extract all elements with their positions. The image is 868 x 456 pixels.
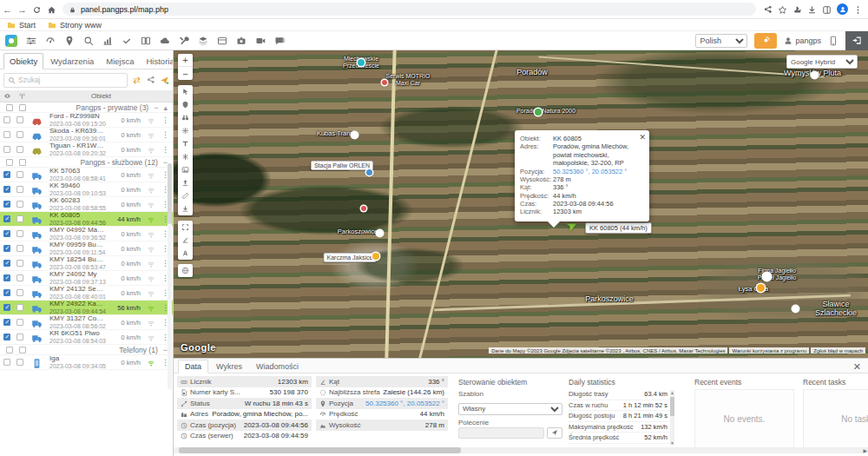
object-follow-checkbox[interactable]: [16, 274, 23, 281]
object-follow-checkbox[interactable]: [16, 146, 23, 153]
object-follow-checkbox[interactable]: [16, 116, 23, 123]
object-visibility-checkbox[interactable]: [3, 215, 10, 222]
tools-icon[interactable]: [179, 36, 189, 46]
bottom-tab-data[interactable]: Data: [178, 360, 208, 373]
ruler-icon[interactable]: [178, 189, 193, 202]
object-visibility-checkbox[interactable]: [3, 201, 10, 208]
object-visibility-checkbox[interactable]: [3, 319, 10, 326]
map-poi-marker[interactable]: [812, 72, 818, 78]
popup-row-value[interactable]: 50.325360 °, 20.053522 °: [553, 168, 627, 175]
group-collapse-all-icon[interactable]: ▴: [163, 104, 168, 111]
map-poi-marker[interactable]: [372, 253, 379, 260]
image-icon[interactable]: [178, 163, 193, 176]
object-visibility-checkbox[interactable]: [3, 245, 10, 252]
object-visibility-checkbox[interactable]: [3, 116, 10, 123]
object-row[interactable]: KMY 31327 Combo Pat...2023-03-08 08:56:0…: [0, 315, 173, 330]
text-icon[interactable]: [178, 137, 193, 150]
object-row[interactable]: Ford - RZ9998N2023-03-08 09:15:200 km/h⋮: [0, 113, 173, 128]
binoculars-icon[interactable]: [178, 111, 193, 124]
object-row[interactable]: KMY 04992 Mateusz2023-03-08 09:36:520 km…: [0, 227, 173, 241]
object-row[interactable]: Tiguan - KR1WJ072023-03-08 09:20:320 km/…: [0, 142, 173, 157]
dashboard-icon[interactable]: [45, 36, 56, 46]
template-select[interactable]: Własny: [458, 403, 562, 415]
map-poi-marker[interactable]: [792, 306, 799, 312]
download-icon[interactable]: [178, 202, 193, 215]
angle-icon[interactable]: [178, 234, 193, 247]
group-header[interactable]: Pangps - prywatne (3)−▴: [0, 102, 173, 113]
object-menu-icon[interactable]: ⋮: [161, 130, 169, 139]
map-poi-marker[interactable]: [352, 132, 358, 138]
object-follow-checkbox[interactable]: [16, 304, 23, 311]
daily-scrollbar[interactable]: ▲▼: [670, 390, 674, 446]
fleet-icon[interactable]: [160, 36, 170, 46]
places-icon[interactable]: [64, 36, 75, 46]
map-poi-marker[interactable]: [358, 59, 365, 66]
shield-icon[interactable]: [178, 98, 193, 111]
object-menu-icon[interactable]: ⋮: [161, 145, 169, 154]
object-follow-checkbox[interactable]: [16, 289, 23, 296]
mobile-app-button[interactable]: [828, 33, 838, 49]
attribution-link[interactable]: Warunki korzystania z programu: [729, 347, 809, 354]
bookmark-star-icon[interactable]: [778, 2, 787, 17]
back-icon[interactable]: ←: [0, 4, 15, 15]
group-collapse-icon[interactable]: −: [154, 104, 158, 111]
upload-icon[interactable]: [178, 176, 193, 189]
group-visibility-checkbox[interactable]: [6, 347, 13, 354]
gear-icon[interactable]: [178, 124, 193, 137]
monitor-icon[interactable]: [255, 36, 266, 46]
filters-icon[interactable]: [26, 36, 36, 46]
object-follow-checkbox[interactable]: [16, 334, 23, 340]
map-canvas[interactable]: MiechowskiePrzedmieścieSerwis MOTRIOMaxi…: [174, 50, 868, 358]
profile-avatar[interactable]: [837, 3, 848, 15]
reload-icon[interactable]: [30, 3, 44, 15]
zoom-in-button[interactable]: +: [178, 54, 193, 67]
alert-button[interactable]: [754, 33, 777, 49]
vehicle-speed-bubble[interactable]: KK 60805 (44 km/h): [585, 222, 652, 234]
command-input[interactable]: [458, 427, 544, 439]
cursor-icon[interactable]: [178, 85, 193, 98]
forward-icon[interactable]: →: [15, 4, 30, 15]
group-follow-checkbox[interactable]: [19, 159, 26, 166]
group-header[interactable]: Pangps - służbowe (12)−: [0, 157, 173, 168]
refresh-objects-icon[interactable]: [132, 75, 141, 86]
object-follow-checkbox[interactable]: [16, 201, 23, 208]
group-follow-checkbox[interactable]: [19, 347, 26, 354]
object-visibility-checkbox[interactable]: [3, 131, 10, 138]
object-row[interactable]: KK 570632023-03-08 08:58:410 km/h⋮: [0, 168, 173, 182]
object-follow-checkbox[interactable]: [16, 260, 23, 267]
map-poi-marker[interactable]: [361, 206, 366, 211]
popup-close-icon[interactable]: ✕: [639, 133, 646, 142]
detail-value[interactable]: 50.325360 °, 20.053522 °: [365, 400, 444, 407]
sidebar-scrollbar[interactable]: [168, 163, 172, 389]
group-header[interactable]: Telefony (1)−: [0, 345, 173, 355]
send-command-button[interactable]: [547, 427, 562, 439]
search-input[interactable]: [18, 76, 123, 84]
object-menu-icon[interactable]: ⋮: [161, 116, 169, 124]
address-bar[interactable]: panel.pangps.pl/map.php: [62, 3, 756, 16]
group-follow-checkbox[interactable]: [19, 104, 26, 111]
object-follow-checkbox[interactable]: [16, 245, 23, 252]
map-poi-marker[interactable]: [382, 80, 387, 85]
app-logo[interactable]: [5, 35, 17, 47]
search-icon[interactable]: [83, 36, 94, 46]
share-icon[interactable]: [763, 2, 773, 17]
bottom-tab-wiadomości[interactable]: Wiadomości: [250, 360, 305, 373]
object-visibility-checkbox[interactable]: [3, 171, 10, 178]
object-follow-checkbox[interactable]: [16, 230, 23, 237]
object-follow-checkbox[interactable]: [16, 215, 23, 222]
asterisk-icon[interactable]: [178, 150, 193, 163]
directory-icon[interactable]: [141, 36, 151, 46]
bookmark-item[interactable]: Start: [7, 20, 36, 30]
globe-icon[interactable]: [178, 264, 193, 277]
language-select[interactable]: Polish: [695, 34, 747, 48]
object-visibility-checkbox[interactable]: [3, 359, 10, 366]
object-row[interactable]: KMY 24132 Seba.2023-03-08 08:40:010 km/h…: [0, 286, 173, 301]
map-poi-marker[interactable]: [535, 109, 542, 116]
bottom-close-icon[interactable]: ✕: [853, 361, 861, 373]
object-follow-checkbox[interactable]: [16, 131, 23, 138]
object-follow-checkbox[interactable]: [16, 359, 23, 366]
camera-icon[interactable]: [236, 36, 247, 46]
object-visibility-checkbox[interactable]: [3, 289, 10, 296]
tab-search-icon[interactable]: [822, 2, 832, 17]
group-visibility-checkbox[interactable]: [6, 159, 13, 166]
